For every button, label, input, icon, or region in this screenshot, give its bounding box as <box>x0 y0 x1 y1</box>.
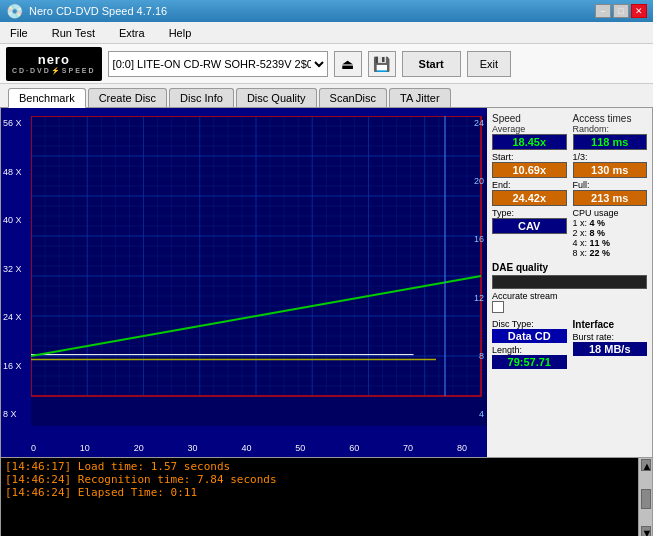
onethird-value: 130 ms <box>573 162 648 178</box>
average-value: 18.45x <box>492 134 567 150</box>
speed-label: Speed <box>492 113 567 124</box>
log-scrollbar[interactable]: ▲ ▼ <box>638 458 652 536</box>
dae-label: DAE quality <box>492 262 647 273</box>
cpu-1x: 1 x: 4 % <box>573 218 648 228</box>
scroll-track[interactable] <box>641 471 651 489</box>
menu-help[interactable]: Help <box>163 25 198 41</box>
end-value: 24.42x <box>492 190 567 206</box>
log-line-2: [14:46:24] Recognition time: 7.84 second… <box>5 473 634 486</box>
end-label: End: <box>492 180 567 190</box>
burst-rate-label: Burst rate: <box>573 332 648 342</box>
scroll-up-button[interactable]: ▲ <box>641 459 651 471</box>
type-label: Type: <box>492 208 567 218</box>
disc-interface-section: Disc Type: Data CD Length: 79:57.71 Inte… <box>492 319 647 369</box>
burst-rate-value: 18 MB/s <box>573 342 648 356</box>
exit-button[interactable]: Exit <box>467 51 511 77</box>
title-bar: 💿 Nero CD-DVD Speed 4.7.16 − □ ✕ <box>0 0 653 22</box>
log-content: [14:46:17] Load time: 1.57 seconds [14:4… <box>1 458 638 536</box>
full-value: 213 ms <box>573 190 648 206</box>
random-label: Random: <box>573 124 648 134</box>
tab-create-disc[interactable]: Create Disc <box>88 88 167 107</box>
interface-label: Interface <box>573 319 648 330</box>
start-button[interactable]: Start <box>402 51 461 77</box>
x-axis: 01020304050607080 <box>31 443 467 453</box>
random-value: 118 ms <box>573 134 648 150</box>
eject-button[interactable]: ⏏ <box>334 51 362 77</box>
log-area: [14:46:17] Load time: 1.57 seconds [14:4… <box>0 458 653 536</box>
average-label: Average <box>492 124 567 134</box>
log-line-1: [14:46:17] Load time: 1.57 seconds <box>5 460 634 473</box>
nero-logo: nero CD·DVD⚡SPEED <box>6 47 102 81</box>
cpu-2x: 2 x: 8 % <box>573 228 648 238</box>
toolbar: nero CD·DVD⚡SPEED [0:0] LITE-ON CD-RW SO… <box>0 44 653 84</box>
minimize-button[interactable]: − <box>595 4 611 18</box>
speed-section: Speed Average 18.45x Start: 10.69x End: … <box>492 113 567 258</box>
cpu-4x: 4 x: 11 % <box>573 238 648 248</box>
tab-disc-info[interactable]: Disc Info <box>169 88 234 107</box>
tab-scandisc[interactable]: ScanDisc <box>319 88 387 107</box>
scroll-thumb[interactable] <box>641 489 651 509</box>
start-value: 10.69x <box>492 162 567 178</box>
cpu-header: CPU usage <box>573 208 648 218</box>
window-title: Nero CD-DVD Speed 4.7.16 <box>29 5 167 17</box>
menu-extra[interactable]: Extra <box>113 25 151 41</box>
access-section: Access times Random: 118 ms 1/3: 130 ms … <box>573 113 648 258</box>
dae-bar <box>492 275 647 289</box>
drive-select[interactable]: [0:0] LITE-ON CD-RW SOHR-5239V 2$0A <box>108 51 328 77</box>
maximize-button[interactable]: □ <box>613 4 629 18</box>
start-label: Start: <box>492 152 567 162</box>
scroll-down-button[interactable]: ▼ <box>641 526 651 536</box>
full-label: Full: <box>573 180 648 190</box>
log-line-3: [14:46:24] Elapsed Time: 0:11 <box>5 486 634 499</box>
accurate-stream-checkbox[interactable] <box>492 301 504 313</box>
stats-panel: Speed Average 18.45x Start: 10.69x End: … <box>487 108 652 457</box>
cpu-8x: 8 x: 22 % <box>573 248 648 258</box>
tab-benchmark[interactable]: Benchmark <box>8 88 86 108</box>
disc-type-value: Data CD <box>492 329 567 343</box>
menu-file[interactable]: File <box>4 25 34 41</box>
type-value: CAV <box>492 218 567 234</box>
interface-section: Interface Burst rate: 18 MB/s <box>573 319 648 369</box>
tab-disc-quality[interactable]: Disc Quality <box>236 88 317 107</box>
accurate-stream-label: Accurate stream <box>492 291 647 301</box>
tab-ta-jitter[interactable]: TA Jitter <box>389 88 451 107</box>
menu-runtest[interactable]: Run Test <box>46 25 101 41</box>
menu-bar: File Run Test Extra Help <box>0 22 653 44</box>
window-controls: − □ ✕ <box>595 4 647 18</box>
dae-section: DAE quality Accurate stream <box>492 262 647 315</box>
tabs: Benchmark Create Disc Disc Info Disc Qua… <box>0 84 653 108</box>
access-label: Access times <box>573 113 648 124</box>
disc-section: Disc Type: Data CD Length: 79:57.71 <box>492 319 567 369</box>
y-axis-left: 56 X 48 X 40 X 32 X 24 X 16 X 8 X <box>3 118 22 419</box>
disc-type-label: Disc Type: <box>492 319 567 329</box>
onethird-label: 1/3: <box>573 152 648 162</box>
close-button[interactable]: ✕ <box>631 4 647 18</box>
disc-length-value: 79:57.71 <box>492 355 567 369</box>
disc-length-label: Length: <box>492 345 567 355</box>
app-icon: 💿 <box>6 3 23 19</box>
y-axis-right: 24 20 16 12 8 4 <box>474 118 484 419</box>
save-button[interactable]: 💾 <box>368 51 396 77</box>
